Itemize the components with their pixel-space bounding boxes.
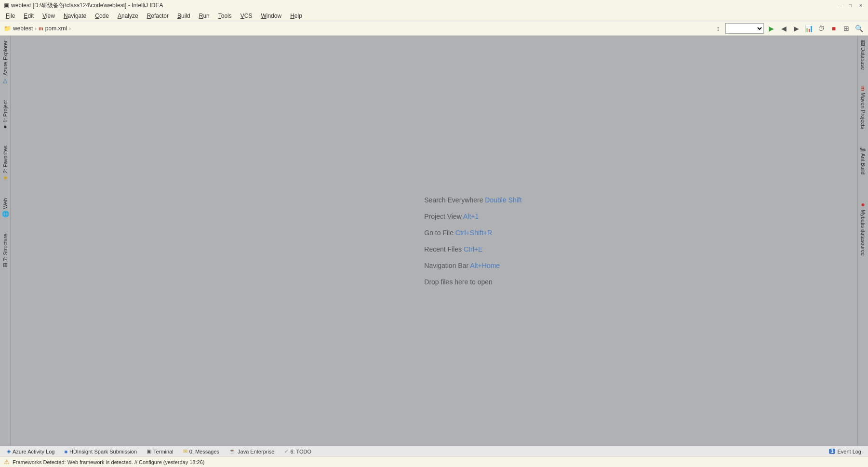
shortcut-navigation-bar: Alt+Home [470, 262, 500, 269]
shortcut-project-view: Alt+1 [463, 213, 479, 220]
maven-icon: m [860, 86, 866, 91]
right-tab-maven[interactable]: m Maven Projects [859, 83, 867, 132]
menu-vcs[interactable]: VCS [237, 12, 256, 20]
search-everywhere-button[interactable]: 🔍 [854, 23, 864, 34]
shortcut-search: Double Shift [485, 196, 521, 204]
terminal-icon: ▣ [147, 448, 151, 454]
tab-todo[interactable]: ✓ 6: TODO [280, 446, 316, 456]
structure-label: 7: Structure [2, 234, 8, 261]
hint-recent-files: Recent Files Ctrl+E [424, 245, 521, 253]
java-enterprise-icon: ☕ [229, 448, 236, 454]
coverage-button[interactable]: 📊 [803, 23, 814, 34]
close-button[interactable]: ✕ [857, 2, 864, 9]
run-button[interactable]: ▶ [766, 23, 776, 34]
messages-label: 0: Messages [189, 449, 219, 454]
hint-drop-files: Drop files here to open [424, 278, 521, 286]
menu-code[interactable]: Code [91, 12, 113, 20]
breadcrumb-separator: › [35, 26, 37, 31]
forward-button[interactable]: ▶ [791, 23, 801, 34]
sidebar-tab-web[interactable]: 🌐 Web [1, 195, 10, 220]
menu-tools[interactable]: Tools [214, 12, 236, 20]
azure-explorer-icon: △ [2, 77, 9, 84]
stop-button[interactable]: ■ [828, 23, 839, 34]
azure-activity-log-icon: ◈ [7, 448, 11, 454]
hdinsight-icon: ■ [64, 449, 67, 454]
warning-icon: ⚠ [4, 458, 10, 466]
event-log-label: Event Log [837, 449, 861, 454]
database-label: Database [860, 47, 866, 70]
file-icon: m [39, 26, 43, 31]
menu-view[interactable]: View [39, 12, 59, 20]
menu-build[interactable]: Build [174, 12, 194, 20]
azure-activity-log-label: Azure Activity Log [13, 449, 54, 454]
java-enterprise-label: Java Enterprise [238, 449, 274, 454]
project-name[interactable]: webtest [13, 25, 33, 32]
sidebar-tab-structure[interactable]: ⊞ 7: Structure [1, 231, 10, 270]
tab-azure-activity-log[interactable]: ◈ Azure Activity Log [3, 446, 58, 456]
menu-refactor[interactable]: Refactor [143, 12, 173, 20]
menu-help[interactable]: Help [286, 12, 306, 20]
breadcrumb-end: › [69, 26, 71, 31]
config-dropdown[interactable] [725, 23, 764, 34]
ant-icon: 🐜 [860, 146, 866, 152]
menu-window[interactable]: Window [257, 12, 285, 20]
shortcut-go-to-file: Ctrl+Shift+R [455, 229, 492, 237]
hint-go-to-file: Go to File Ctrl+Shift+R [424, 229, 521, 237]
title-text: webtest [D:\研级备份\class124\code\webtest] … [11, 1, 163, 10]
tab-hdinsight[interactable]: ■ HDInsight Spark Submission [60, 446, 141, 456]
menu-file[interactable]: File [2, 12, 19, 20]
maximize-button[interactable]: □ [847, 2, 854, 9]
mybatis-icon: ● [859, 200, 867, 208]
maven-label: Maven Projects [860, 93, 866, 129]
right-tab-database[interactable]: 🗄 Database [859, 38, 867, 73]
hint-search: Search Everywhere Double Shift [424, 196, 521, 204]
favorites-label: 2: Favorites [2, 146, 8, 173]
minimize-button[interactable]: — [836, 2, 843, 9]
sidebar-tab-favorites[interactable]: ★ 2: Favorites [1, 143, 10, 184]
breadcrumb: 📁 webtest › m pom.xml › [4, 25, 71, 32]
bottom-toolbar: ◈ Azure Activity Log ■ HDInsight Spark S… [0, 446, 868, 456]
editor-hint-panel: Search Everywhere Double Shift Project V… [424, 196, 521, 286]
sort-button[interactable]: ↕ [713, 23, 723, 34]
layout-button[interactable]: ⊞ [841, 23, 852, 34]
file-name[interactable]: pom.xml [45, 25, 67, 32]
menu-edit[interactable]: Edit [20, 12, 38, 20]
event-log-button[interactable]: 1 Event Log [825, 448, 865, 455]
hint-project-view: Project View Alt+1 [424, 213, 521, 220]
sidebar-tab-project[interactable]: ■ 1: Project [1, 97, 9, 132]
web-icon: 🌐 [2, 210, 9, 217]
toolbar-right: ↕ ▶ ◀ ▶ 📊 ⏱ ■ ⊞ 🔍 [713, 23, 864, 34]
structure-icon: ⊞ [2, 263, 9, 267]
menu-run[interactable]: Run [195, 12, 214, 20]
right-tab-mybatis[interactable]: ● Mybatis datasource [858, 198, 868, 258]
ant-label: Ant Build [860, 153, 866, 174]
right-tab-ant[interactable]: 🐜 Ant Build [859, 143, 867, 177]
title-bar: ▣ webtest [D:\研级备份\class124\code\webtest… [0, 0, 868, 11]
app-icon: ▣ [4, 2, 9, 9]
tab-messages[interactable]: ✉ 0: Messages [179, 446, 223, 456]
hdinsight-label: HDInsight Spark Submission [69, 449, 137, 454]
right-sidebar: 🗄 Database m Maven Projects 🐜 Ant Build … [857, 36, 868, 446]
tab-terminal[interactable]: ▣ Terminal [143, 446, 177, 456]
shortcut-recent-files: Ctrl+E [464, 245, 482, 253]
hint-navigation-bar: Navigation Bar Alt+Home [424, 262, 521, 269]
project-tab-icon: ■ [2, 124, 8, 129]
tab-java-enterprise[interactable]: ☕ Java Enterprise [225, 446, 278, 456]
terminal-label: Terminal [153, 449, 174, 454]
todo-label: 6: TODO [291, 449, 312, 454]
project-icon: 📁 [4, 25, 11, 32]
menu-bar: File Edit View Navigate Code Analyze Ref… [0, 11, 868, 21]
toolbar: 📁 webtest › m pom.xml › ↕ ▶ ◀ ▶ 📊 ⏱ ■ ⊞ … [0, 21, 868, 36]
back-button[interactable]: ◀ [778, 23, 789, 34]
favorites-icon: ★ [2, 175, 9, 182]
window-controls: — □ ✕ [836, 2, 864, 9]
editor-area: Search Everywhere Double Shift Project V… [11, 36, 857, 446]
menu-analyze[interactable]: Analyze [114, 12, 142, 20]
mybatis-label: Mybatis datasource [860, 210, 866, 255]
sidebar-tab-azure-explorer[interactable]: △ Azure Explorer [1, 38, 10, 87]
messages-icon: ✉ [183, 448, 187, 454]
menu-navigate[interactable]: Navigate [60, 12, 90, 20]
profile-button[interactable]: ⏱ [816, 23, 827, 34]
web-label: Web [2, 198, 8, 209]
left-sidebar: △ Azure Explorer ■ 1: Project ★ 2: Favor… [0, 36, 11, 446]
